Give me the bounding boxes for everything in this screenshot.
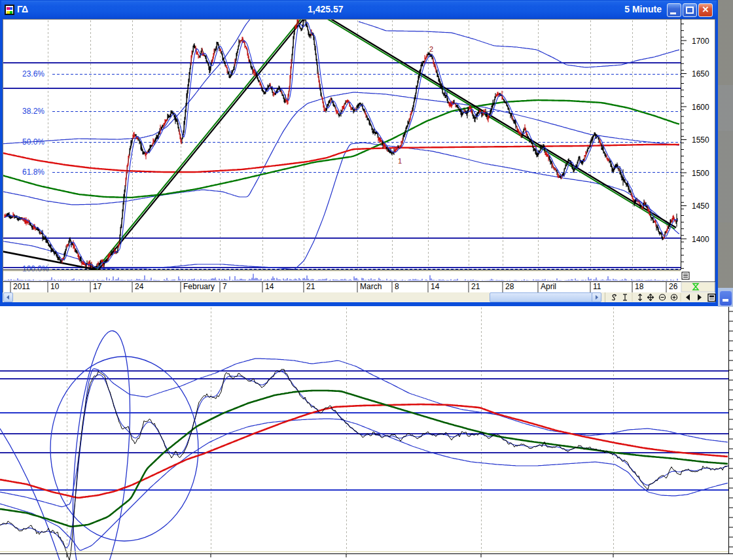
svg-text:7: 7 bbox=[223, 282, 227, 291]
svg-text:17: 17 bbox=[93, 282, 102, 291]
svg-text:26: 26 bbox=[669, 282, 678, 291]
svg-text:1450: 1450 bbox=[692, 201, 709, 211]
svg-text:1600: 1600 bbox=[692, 103, 709, 112]
svg-text:38.2%: 38.2% bbox=[22, 107, 45, 116]
svg-text:8: 8 bbox=[395, 282, 399, 291]
svg-text:1: 1 bbox=[398, 157, 402, 165]
svg-text:11: 11 bbox=[593, 282, 601, 291]
svg-text:1550: 1550 bbox=[692, 135, 709, 145]
svg-text:10: 10 bbox=[50, 282, 60, 291]
svg-text:100.0%: 100.0% bbox=[22, 264, 49, 273]
svg-text:February: February bbox=[183, 282, 215, 291]
svg-text:61.8%: 61.8% bbox=[22, 167, 45, 177]
svg-text:18: 18 bbox=[635, 282, 644, 291]
svg-text:1500: 1500 bbox=[692, 169, 709, 178]
svg-text:21: 21 bbox=[471, 282, 480, 291]
svg-text:23.6%: 23.6% bbox=[22, 69, 45, 79]
svg-text:21: 21 bbox=[306, 282, 315, 291]
svg-text:April: April bbox=[541, 282, 556, 291]
svg-text:2: 2 bbox=[429, 45, 433, 53]
svg-text:1700: 1700 bbox=[692, 37, 709, 46]
svg-text:2011: 2011 bbox=[13, 282, 30, 291]
svg-text:March: March bbox=[360, 282, 382, 291]
svg-text:24: 24 bbox=[135, 282, 144, 291]
svg-text:1650: 1650 bbox=[692, 69, 709, 79]
svg-text:14: 14 bbox=[431, 282, 440, 291]
svg-text:1400: 1400 bbox=[692, 235, 709, 244]
svg-text:28: 28 bbox=[505, 282, 514, 291]
svg-text:14: 14 bbox=[265, 282, 274, 291]
